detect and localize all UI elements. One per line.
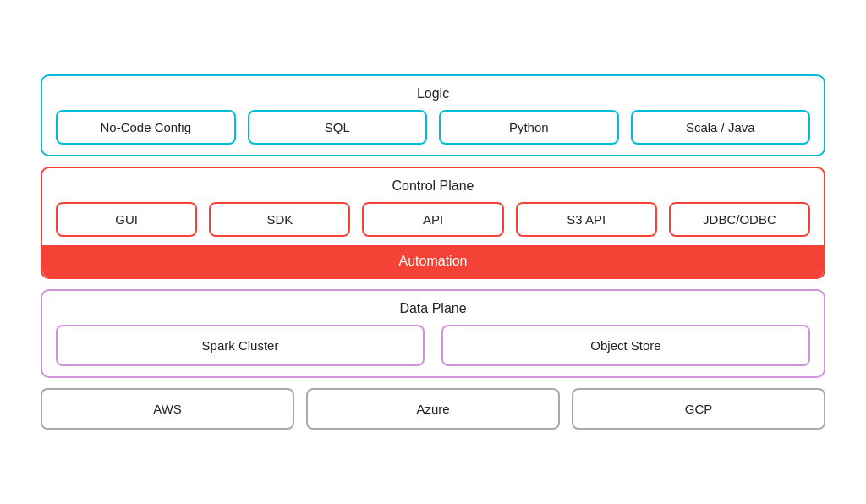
control-plane-section: Control Plane GUI SDK API S3 API JDBC/OD… — [41, 167, 825, 279]
cloud-item-azure: Azure — [306, 388, 560, 430]
control-plane-title: Control Plane — [392, 178, 474, 194]
cloud-item-gcp: GCP — [572, 388, 825, 430]
control-item-sdk: SDK — [209, 202, 350, 237]
control-item-gui: GUI — [56, 202, 197, 237]
logic-item-scala: Scala / Java — [631, 110, 811, 145]
control-item-api: API — [362, 202, 503, 237]
logic-item-no-code: No-Code Config — [56, 110, 236, 145]
control-items-row: GUI SDK API S3 API JDBC/ODBC — [56, 202, 810, 237]
cloud-item-aws: AWS — [41, 388, 294, 430]
logic-title: Logic — [417, 86, 449, 101]
control-item-s3api: S3 API — [516, 202, 657, 237]
data-items-row: Spark Cluster Object Store — [56, 325, 810, 366]
architecture-diagram: Logic No-Code Config SQL Python Scala / … — [27, 61, 839, 443]
data-item-spark: Spark Cluster — [56, 325, 425, 366]
logic-item-python: Python — [439, 110, 619, 145]
cloud-row: AWS Azure GCP — [41, 388, 825, 430]
logic-items-row: No-Code Config SQL Python Scala / Java — [56, 110, 810, 145]
automation-bar: Automation — [42, 245, 824, 277]
data-plane-title: Data Plane — [399, 301, 466, 316]
logic-item-sql: SQL — [248, 110, 428, 145]
data-plane-section: Data Plane Spark Cluster Object Store — [41, 289, 825, 378]
data-item-object-store: Object Store — [441, 325, 810, 366]
logic-section: Logic No-Code Config SQL Python Scala / … — [41, 74, 825, 156]
control-item-jdbc: JDBC/ODBC — [669, 202, 810, 237]
